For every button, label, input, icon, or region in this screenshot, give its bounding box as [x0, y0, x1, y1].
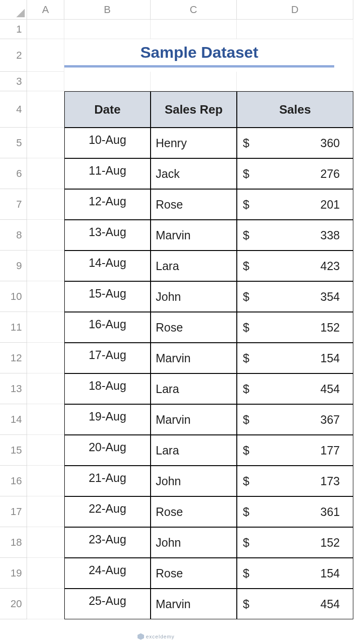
- cell-blank[interactable]: [27, 72, 64, 91]
- cell-blank[interactable]: [27, 558, 64, 589]
- table-cell-rep[interactable]: Marvin: [151, 404, 237, 435]
- cell-blank[interactable]: [27, 312, 64, 343]
- table-cell-rep[interactable]: Marvin: [151, 589, 237, 619]
- table-cell-rep[interactable]: Rose: [151, 558, 237, 589]
- cell-blank[interactable]: [27, 220, 64, 251]
- table-cell-rep[interactable]: Henry: [151, 128, 237, 158]
- table-cell-rep[interactable]: John: [151, 527, 237, 558]
- table-cell-sales[interactable]: $177: [237, 435, 353, 466]
- table-cell-rep[interactable]: Jack: [151, 158, 237, 189]
- row-header-1[interactable]: 1: [0, 20, 27, 39]
- cell-blank[interactable]: [27, 281, 64, 312]
- row-header-11[interactable]: 11: [0, 312, 27, 343]
- column-header-B[interactable]: B: [64, 0, 151, 20]
- row-header-16[interactable]: 16: [0, 466, 27, 496]
- row-header-14[interactable]: 14: [0, 404, 27, 435]
- table-cell-sales[interactable]: $152: [237, 527, 353, 558]
- cell-blank[interactable]: [27, 189, 64, 220]
- table-cell-date[interactable]: 18-Aug: [64, 373, 151, 404]
- table-cell-sales[interactable]: $154: [237, 558, 353, 589]
- table-cell-date[interactable]: 11-Aug: [64, 158, 151, 189]
- row-header-10[interactable]: 10: [0, 281, 27, 312]
- row-header-9[interactable]: 9: [0, 251, 27, 281]
- table-cell-date[interactable]: 12-Aug: [64, 189, 151, 220]
- cell-blank[interactable]: [64, 72, 151, 91]
- cell-blank[interactable]: [27, 128, 64, 158]
- table-cell-rep[interactable]: Rose: [151, 496, 237, 527]
- table-cell-rep[interactable]: Lara: [151, 373, 237, 404]
- table-cell-date[interactable]: 10-Aug: [64, 128, 151, 158]
- table-header-sales[interactable]: Sales: [237, 91, 353, 128]
- row-header-13[interactable]: 13: [0, 373, 27, 404]
- row-header-12[interactable]: 12: [0, 343, 27, 373]
- table-cell-sales[interactable]: $173: [237, 466, 353, 496]
- cell-blank[interactable]: [27, 91, 64, 128]
- cell-blank[interactable]: [237, 20, 353, 39]
- row-header-6[interactable]: 6: [0, 158, 27, 189]
- table-header-rep[interactable]: Sales Rep: [151, 91, 237, 128]
- table-cell-date[interactable]: 25-Aug: [64, 589, 151, 619]
- cell-blank[interactable]: [27, 20, 64, 39]
- table-cell-rep[interactable]: John: [151, 281, 237, 312]
- cell-blank[interactable]: [237, 72, 353, 91]
- table-cell-date[interactable]: 16-Aug: [64, 312, 151, 343]
- table-cell-sales[interactable]: $354: [237, 281, 353, 312]
- row-header-4[interactable]: 4: [0, 91, 27, 128]
- table-header-date[interactable]: Date: [64, 91, 151, 128]
- table-cell-sales[interactable]: $454: [237, 373, 353, 404]
- table-cell-sales[interactable]: $338: [237, 220, 353, 251]
- cell-blank[interactable]: [27, 496, 64, 527]
- table-cell-date[interactable]: 17-Aug: [64, 343, 151, 373]
- table-cell-rep[interactable]: Lara: [151, 251, 237, 281]
- table-cell-rep[interactable]: Marvin: [151, 220, 237, 251]
- cell-blank[interactable]: [27, 589, 64, 619]
- row-header-17[interactable]: 17: [0, 496, 27, 527]
- cell-blank[interactable]: [27, 373, 64, 404]
- row-header-20[interactable]: 20: [0, 589, 27, 619]
- cell-blank[interactable]: [151, 72, 237, 91]
- table-cell-date[interactable]: 23-Aug: [64, 527, 151, 558]
- row-header-5[interactable]: 5: [0, 128, 27, 158]
- table-cell-rep[interactable]: Marvin: [151, 343, 237, 373]
- cell-blank[interactable]: [64, 20, 151, 39]
- table-cell-date[interactable]: 21-Aug: [64, 466, 151, 496]
- table-cell-sales[interactable]: $154: [237, 343, 353, 373]
- table-cell-sales[interactable]: $152: [237, 312, 353, 343]
- row-header-3[interactable]: 3: [0, 72, 27, 91]
- cell-blank[interactable]: [27, 158, 64, 189]
- table-cell-rep[interactable]: Rose: [151, 312, 237, 343]
- table-cell-rep[interactable]: Rose: [151, 189, 237, 220]
- row-header-18[interactable]: 18: [0, 527, 27, 558]
- column-header-A[interactable]: A: [27, 0, 64, 20]
- table-cell-sales[interactable]: $276: [237, 158, 353, 189]
- table-cell-date[interactable]: 20-Aug: [64, 435, 151, 466]
- cell-blank[interactable]: [27, 251, 64, 281]
- row-header-7[interactable]: 7: [0, 189, 27, 220]
- select-all-corner[interactable]: [0, 0, 27, 20]
- cell-blank[interactable]: [27, 527, 64, 558]
- cell-blank[interactable]: [151, 20, 237, 39]
- cell-blank[interactable]: [27, 466, 64, 496]
- row-header-8[interactable]: 8: [0, 220, 27, 251]
- cell-blank[interactable]: [27, 435, 64, 466]
- table-cell-date[interactable]: 14-Aug: [64, 251, 151, 281]
- cell-blank[interactable]: [27, 343, 64, 373]
- table-cell-date[interactable]: 19-Aug: [64, 404, 151, 435]
- cell-blank[interactable]: [27, 39, 64, 72]
- row-header-2[interactable]: 2: [0, 39, 27, 72]
- table-cell-sales[interactable]: $367: [237, 404, 353, 435]
- table-cell-sales[interactable]: $360: [237, 128, 353, 158]
- table-cell-sales[interactable]: $454: [237, 589, 353, 619]
- table-cell-date[interactable]: 22-Aug: [64, 496, 151, 527]
- table-cell-sales[interactable]: $361: [237, 496, 353, 527]
- title-cell[interactable]: Sample Dataset: [64, 39, 353, 72]
- row-header-19[interactable]: 19: [0, 558, 27, 589]
- table-cell-sales[interactable]: $201: [237, 189, 353, 220]
- table-cell-rep[interactable]: Lara: [151, 435, 237, 466]
- column-header-C[interactable]: C: [151, 0, 237, 20]
- row-header-15[interactable]: 15: [0, 435, 27, 466]
- table-cell-rep[interactable]: John: [151, 466, 237, 496]
- table-cell-sales[interactable]: $423: [237, 251, 353, 281]
- table-cell-date[interactable]: 13-Aug: [64, 220, 151, 251]
- table-cell-date[interactable]: 15-Aug: [64, 281, 151, 312]
